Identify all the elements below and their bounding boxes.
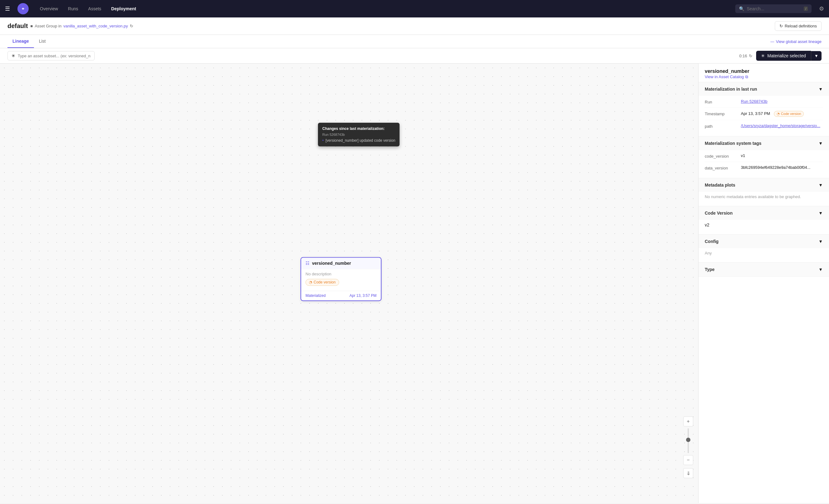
chevron-down-icon: ▼ bbox=[819, 86, 823, 92]
breadcrumb: ■ Asset Group in vanilla_asset_with_code… bbox=[31, 24, 133, 28]
nav-runs[interactable]: Runs bbox=[64, 4, 82, 14]
sub-header: default ■ Asset Group in vanilla_asset_w… bbox=[0, 17, 829, 35]
section-header-metadata-plots[interactable]: Metadata plots ▼ bbox=[698, 178, 829, 192]
prop-label-data-version: data_version bbox=[705, 165, 736, 170]
search-input[interactable] bbox=[747, 6, 801, 11]
chevron-down-icon-6: ▼ bbox=[819, 267, 823, 272]
section-header-type[interactable]: Type ▼ bbox=[698, 262, 829, 276]
tooltip-title: Changes since last materialization: bbox=[322, 127, 395, 131]
materialize-icon: ✳ bbox=[761, 53, 765, 58]
config-value: Any bbox=[705, 248, 823, 258]
sub-header-left: default ■ Asset Group in vanilla_asset_w… bbox=[7, 23, 133, 30]
section-header-system-tags[interactable]: Materialization system tags ▼ bbox=[698, 137, 829, 150]
search-bar[interactable]: 🔍 / bbox=[735, 4, 812, 13]
materialize-label: Materialize selected bbox=[767, 53, 806, 58]
external-link-icon: ⧉ bbox=[745, 74, 748, 79]
lineage-icon: ⸻ bbox=[770, 39, 774, 44]
section-title-mat-last-run: Materialization in last run bbox=[705, 86, 757, 92]
no-description-text: No description bbox=[305, 272, 376, 276]
asset-node-footer: Materialized Apr 13, 3:57 PM bbox=[301, 291, 381, 300]
badge-icon: ◔ bbox=[777, 112, 780, 116]
tabs-row: Lineage List ⸻ View global asset lineage bbox=[0, 35, 829, 48]
search-icon: 🔍 bbox=[739, 6, 744, 11]
section-content-system-tags: code_version v1 data_version 3bfc269594e… bbox=[698, 150, 829, 178]
section-content-metadata-plots: No numeric metadata entries available to… bbox=[698, 192, 829, 206]
asset-group-icon: ■ bbox=[31, 24, 33, 28]
section-header-code-version[interactable]: Code Version ▼ bbox=[698, 206, 829, 220]
prop-row-run: Run Run 5268743b bbox=[705, 96, 823, 108]
asset-search-container[interactable]: ✳ bbox=[7, 51, 95, 61]
asterisk-icon: ✳ bbox=[11, 53, 15, 58]
tooltip-item: [versioned_number] updated code version bbox=[322, 138, 395, 143]
view-global-lineage-link[interactable]: ⸻ View global asset lineage bbox=[770, 39, 822, 44]
hamburger-icon[interactable]: ☰ bbox=[5, 5, 10, 12]
section-type: Type ▼ bbox=[698, 262, 829, 277]
section-title-type: Type bbox=[705, 267, 715, 272]
materialized-date: Apr 13, 3:57 PM bbox=[350, 293, 376, 298]
canvas-controls: + − ⇓ bbox=[683, 417, 693, 478]
download-button[interactable]: ⇓ bbox=[683, 468, 693, 478]
reload-definitions-button[interactable]: ↻ Reload definitions bbox=[775, 21, 822, 31]
breadcrumb-prefix: Asset Group in bbox=[35, 24, 61, 28]
zoom-out-button[interactable]: − bbox=[683, 455, 693, 465]
section-header-config[interactable]: Config ▼ bbox=[698, 235, 829, 248]
reload-label: Reload definitions bbox=[785, 24, 817, 28]
asset-node-versioned-number[interactable]: ☷ versioned_number No description ◔ Code… bbox=[300, 257, 382, 301]
section-content-code-version: v2 bbox=[698, 220, 829, 234]
right-panel: versioned_number View in Asset Catalog ⧉… bbox=[698, 64, 829, 503]
materialize-dropdown-button[interactable]: ▼ bbox=[811, 51, 822, 61]
prop-row-path: path /Users/sryza/dagster_home/storage/v… bbox=[705, 120, 823, 132]
prop-row-timestamp: Timestamp Apr 13, 3:57 PM ◔ Code version bbox=[705, 108, 823, 120]
materialize-selected-button[interactable]: ✳ Materialize selected bbox=[756, 51, 811, 61]
section-header-mat-last-run[interactable]: Materialization in last run ▼ bbox=[698, 82, 829, 96]
prop-value-path[interactable]: /Users/sryza/dagster_home/storage/versio… bbox=[741, 123, 823, 128]
nav-deployment[interactable]: Deployment bbox=[107, 4, 140, 14]
section-title-metadata-plots: Metadata plots bbox=[705, 183, 735, 187]
nav-links: Overview Runs Assets Deployment bbox=[36, 4, 728, 14]
section-config: Config ▼ Any bbox=[698, 235, 829, 262]
code-version-section-value: v2 bbox=[705, 220, 823, 230]
refresh-timer-icon[interactable]: ↻ bbox=[749, 53, 752, 58]
prop-row-data-version: data_version 3bfc269594ef649228e9a74bab0… bbox=[705, 162, 823, 174]
gear-icon[interactable]: ⚙ bbox=[819, 5, 824, 12]
prop-label-code-version: code_version bbox=[705, 153, 736, 158]
changes-tooltip: Changes since last materialization: Run … bbox=[318, 123, 400, 146]
refresh-icon[interactable]: ↻ bbox=[130, 24, 133, 28]
chevron-down-icon-4: ▼ bbox=[819, 211, 823, 216]
toolbar: ✳ 0:16 ↻ ✳ Materialize selected ▼ bbox=[0, 48, 829, 64]
tab-lineage[interactable]: Lineage bbox=[7, 35, 34, 48]
timestamp-value: Apr 13, 3:57 PM bbox=[741, 111, 770, 116]
prop-label-run: Run bbox=[705, 99, 736, 104]
view-in-catalog-link[interactable]: View in Asset Catalog ⧉ bbox=[705, 74, 748, 79]
logo bbox=[17, 3, 29, 14]
chevron-down-icon-3: ▼ bbox=[819, 183, 823, 187]
canvas-area[interactable]: ☷ versioned_number No description ◔ Code… bbox=[0, 64, 698, 503]
breadcrumb-file-link[interactable]: vanilla_asset_with_code_version.py bbox=[63, 24, 128, 28]
prop-value-code-version: v1 bbox=[741, 153, 823, 158]
timer-display: 0:16 ↻ bbox=[739, 53, 752, 58]
zoom-in-button[interactable]: + bbox=[683, 417, 693, 426]
code-version-text: Code version bbox=[314, 280, 336, 284]
nav-assets[interactable]: Assets bbox=[84, 4, 105, 14]
section-content-config: Any bbox=[698, 248, 829, 262]
materialized-status: Materialized bbox=[305, 293, 326, 298]
chevron-down-icon-2: ▼ bbox=[819, 141, 823, 146]
asset-node-header: ☷ versioned_number bbox=[301, 258, 381, 269]
no-metadata-text: No numeric metadata entries available to… bbox=[705, 192, 823, 202]
section-code-version: Code Version ▼ v2 bbox=[698, 206, 829, 235]
prop-value-run[interactable]: Run 5268743b bbox=[741, 99, 823, 104]
zoom-slider-thumb[interactable] bbox=[686, 438, 690, 442]
tab-list[interactable]: List bbox=[34, 35, 51, 48]
view-catalog-label: View in Asset Catalog bbox=[705, 74, 744, 79]
tabs: Lineage List bbox=[7, 35, 51, 48]
asset-search-input[interactable] bbox=[18, 53, 91, 58]
chevron-down-icon-5: ▼ bbox=[819, 239, 823, 244]
code-version-icon: ◔ bbox=[309, 280, 312, 284]
panel-asset-name: versioned_number bbox=[705, 69, 823, 74]
prop-value-data-version: 3bfc269594ef649228e9a74bab00f04... bbox=[741, 165, 823, 170]
section-title-system-tags: Materialization system tags bbox=[705, 141, 761, 146]
search-shortcut: / bbox=[804, 6, 808, 11]
nav-overview[interactable]: Overview bbox=[36, 4, 62, 14]
section-system-tags: Materialization system tags ▼ code_versi… bbox=[698, 137, 829, 178]
section-metadata-plots: Metadata plots ▼ No numeric metadata ent… bbox=[698, 178, 829, 206]
